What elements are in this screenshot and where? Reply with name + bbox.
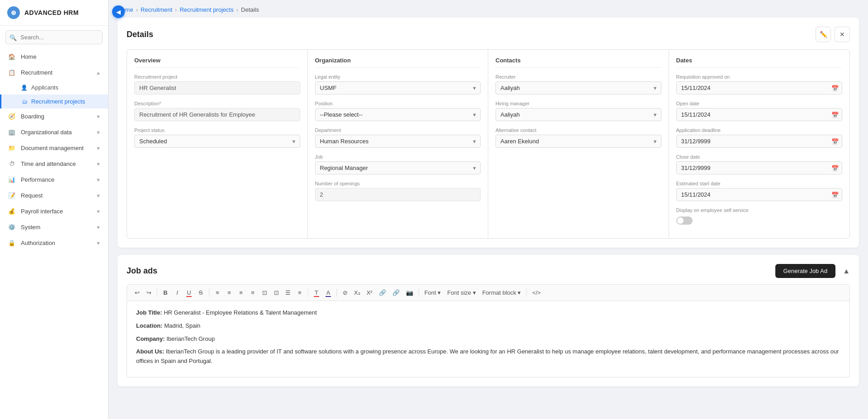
align-left-button[interactable]: ≡	[212, 287, 223, 298]
close-date-input[interactable]	[676, 161, 843, 174]
unordered-list-button[interactable]: ☰	[283, 287, 293, 298]
description-label: Description*	[134, 101, 300, 106]
subscript-button[interactable]: X₂	[351, 287, 363, 298]
open-date-field: Open date 📅	[676, 101, 843, 121]
department-select[interactable]: Human Resources	[315, 135, 481, 148]
search-input[interactable]	[5, 30, 103, 44]
sidebar-item-label: Organizational data	[21, 129, 72, 136]
font-size-button[interactable]: Font size ▾	[444, 287, 478, 298]
display-ess-toggle[interactable]	[676, 217, 693, 225]
sidebar-item-payroll[interactable]: 💰 Payroll interface ▼	[0, 203, 108, 219]
edit-button[interactable]: ✏️	[816, 27, 831, 42]
back-button[interactable]: ◀	[112, 5, 125, 18]
ordered-list-button[interactable]: ≡	[294, 287, 305, 298]
legal-entity-select-wrapper: USMF ▼	[315, 81, 481, 94]
close-button[interactable]: ✕	[835, 27, 850, 42]
job-ads-title: Job ads	[127, 266, 157, 276]
breadcrumb-recruitment[interactable]: Recruitment	[141, 6, 172, 13]
card-actions: ✏️ ✕	[816, 27, 850, 42]
unlink-button[interactable]: 🔗	[390, 287, 402, 298]
undo-button[interactable]: ↩	[132, 287, 142, 298]
toolbar-separator	[157, 289, 157, 297]
legal-entity-select[interactable]: USMF	[315, 81, 481, 94]
redo-button[interactable]: ↪	[143, 287, 154, 298]
search-icon: 🔍	[9, 34, 17, 41]
sidebar-item-performance[interactable]: 📊 Performance ▼	[0, 172, 108, 188]
source-code-button[interactable]: </>	[529, 287, 543, 298]
generate-job-ad-button[interactable]: Generate Job Ad	[775, 264, 836, 278]
editor-toolbar: ↩ ↪ B I U S ≡ ≡ ≡ ≡ ⊡ ⊡ ☰ ≡ T A ⊘ X₂ X² …	[127, 284, 850, 301]
department-select-wrapper: Human Resources ▼	[315, 135, 481, 148]
clear-format-button[interactable]: ⊘	[340, 287, 350, 298]
recruiter-field: Recruiter Aaliyah ▼	[495, 74, 661, 94]
sidebar-item-org-data[interactable]: 🏢 Organizational data ▼	[0, 124, 108, 140]
underline-button[interactable]: U	[184, 287, 194, 298]
dates-title: Dates	[676, 57, 843, 68]
align-center-button[interactable]: ≡	[224, 287, 235, 298]
chevron-down-icon: ▼	[96, 225, 101, 230]
est-start-date-input[interactable]	[676, 188, 843, 201]
recruiter-select[interactable]: Aaliyah	[495, 81, 661, 94]
sidebar-item-recruitment-projects[interactable]: 🗂 Recruitment projects	[0, 94, 108, 108]
font-family-button[interactable]: Font ▾	[422, 287, 444, 298]
chevron-down-icon: ▼	[96, 240, 101, 246]
close-date-label: Close date	[676, 154, 843, 160]
requisition-approved-input[interactable]	[676, 81, 843, 94]
close-date-field: Close date 📅	[676, 154, 843, 174]
outdent-button[interactable]: ⊡	[271, 287, 282, 298]
contacts-title: Contacts	[495, 57, 661, 68]
recruitment-project-value: HR Generalist	[134, 81, 300, 94]
about-us-value: IberianTech Group is a leading provider …	[136, 348, 839, 364]
sidebar-item-authorization[interactable]: 🔒 Authorization ▼	[0, 235, 108, 251]
position-select-wrapper: --Please select-- ▼	[315, 108, 481, 121]
legal-entity-label: Legal entity	[315, 74, 481, 80]
italic-button[interactable]: I	[172, 287, 183, 298]
sidebar-item-boarding[interactable]: 🧭 Boarding ▼	[0, 108, 108, 124]
indent-button[interactable]: ⊡	[259, 287, 270, 298]
image-button[interactable]: 📷	[403, 287, 416, 298]
sidebar-item-label: Boarding	[21, 113, 44, 120]
sidebar-item-applicants[interactable]: 👤 Applicants	[0, 80, 108, 94]
project-status-select[interactable]: Scheduled Active Closed	[134, 135, 300, 148]
job-field: Job Regional Manager ▼	[315, 154, 481, 174]
bold-button[interactable]: B	[160, 287, 171, 298]
align-justify-button[interactable]: ≡	[247, 287, 258, 298]
editor-content[interactable]: Job Title: HR Generalist - Employee Rela…	[127, 301, 850, 377]
sidebar-item-recruitment[interactable]: 📋 Recruitment ▲	[0, 65, 108, 80]
link-button[interactable]: 🔗	[376, 287, 389, 298]
open-date-wrapper: 📅	[676, 108, 843, 121]
breadcrumb-recruitment-projects[interactable]: Recruitment projects	[179, 6, 233, 13]
position-select[interactable]: --Please select--	[315, 108, 481, 121]
job-select[interactable]: Regional Manager	[315, 161, 481, 174]
system-icon: ⚙️	[7, 224, 16, 231]
hiring-manager-select[interactable]: Aaliyah	[495, 108, 661, 121]
sidebar-item-request[interactable]: 📝 Request ▼	[0, 188, 108, 203]
align-right-button[interactable]: ≡	[236, 287, 246, 298]
organization-section: Organization Legal entity USMF ▼ Positio…	[308, 50, 489, 238]
breadcrumb: Home › Recruitment › Recruitment project…	[108, 0, 868, 18]
strikethrough-button[interactable]: S	[195, 287, 206, 298]
projects-icon: 🗂	[22, 99, 28, 105]
sidebar-item-time-attend[interactable]: ⏱ Time and attendance ▼	[0, 156, 108, 172]
hiring-manager-label: Hiring manager	[495, 101, 661, 106]
sidebar-item-label: Document management	[21, 145, 84, 151]
format-block-button[interactable]: Format block ▾	[480, 287, 524, 298]
sidebar-item-doc-mgmt[interactable]: 📁 Document management ▼	[0, 140, 108, 156]
main-content: Home › Recruitment › Recruitment project…	[108, 0, 868, 419]
toolbar-separator	[336, 289, 337, 297]
superscript-button[interactable]: X²	[364, 287, 375, 298]
recruitment-project-field: Recruitment project HR Generalist	[134, 74, 300, 94]
sidebar-item-home[interactable]: 🏠 Home	[0, 49, 108, 65]
sidebar-item-system[interactable]: ⚙️ System ▼	[0, 219, 108, 235]
open-date-input[interactable]	[676, 108, 843, 121]
highlight-button[interactable]: A	[323, 287, 334, 298]
toolbar-separator	[419, 289, 419, 297]
collapse-button[interactable]: ▲	[843, 267, 850, 275]
alt-contact-select[interactable]: Aaren Ekelund	[495, 135, 661, 148]
font-color-button[interactable]: T	[311, 287, 322, 298]
performance-icon: 📊	[7, 176, 16, 183]
recruiter-select-wrapper: Aaliyah ▼	[495, 81, 661, 94]
boarding-icon: 🧭	[7, 113, 16, 120]
app-deadline-input[interactable]	[676, 135, 843, 148]
hiring-manager-select-wrapper: Aaliyah ▼	[495, 108, 661, 121]
